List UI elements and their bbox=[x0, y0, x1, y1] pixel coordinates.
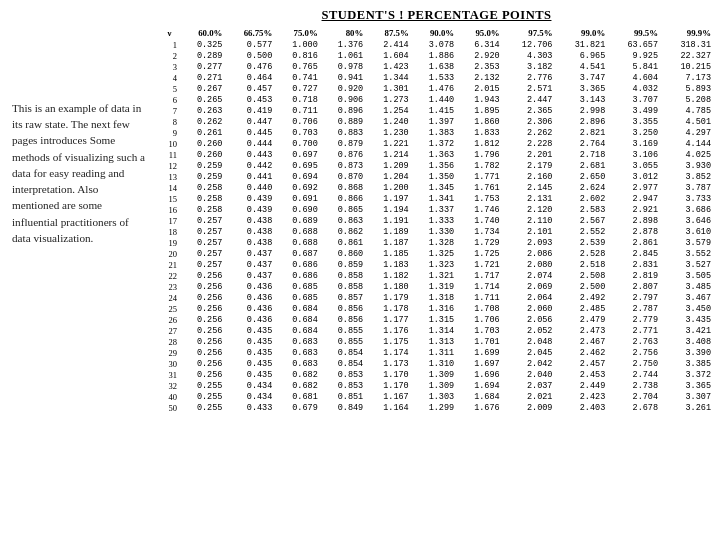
cell-27-9: 2.467 bbox=[555, 337, 608, 348]
cell-29-11: 3.385 bbox=[661, 359, 714, 370]
cell-14-9: 2.602 bbox=[555, 194, 608, 205]
cell-29-1: 0.256 bbox=[180, 359, 225, 370]
cell-17-1: 0.257 bbox=[180, 227, 225, 238]
cell-12-11: 3.852 bbox=[661, 172, 714, 183]
cell-8-9: 2.821 bbox=[555, 128, 608, 139]
cell-11-5: 1.209 bbox=[366, 161, 411, 172]
cell-11-11: 3.930 bbox=[661, 161, 714, 172]
cell-17-8: 2.101 bbox=[503, 227, 556, 238]
cell-0-5: 2.414 bbox=[366, 40, 411, 51]
cell-18-10: 2.861 bbox=[608, 238, 661, 249]
cell-24-5: 1.178 bbox=[366, 304, 411, 315]
cell-20-4: 0.859 bbox=[321, 260, 366, 271]
cell-33-6: 1.299 bbox=[412, 403, 457, 414]
cell-13-4: 0.868 bbox=[321, 183, 366, 194]
cell-13-9: 2.624 bbox=[555, 183, 608, 194]
cell-7-2: 0.447 bbox=[225, 117, 275, 128]
cell-14-10: 2.947 bbox=[608, 194, 661, 205]
cell-16-2: 0.438 bbox=[225, 216, 275, 227]
cell-27-2: 0.435 bbox=[225, 337, 275, 348]
cell-29-2: 0.435 bbox=[225, 359, 275, 370]
cell-29-0: 30 bbox=[159, 359, 180, 370]
cell-24-6: 1.316 bbox=[412, 304, 457, 315]
cell-31-0: 32 bbox=[159, 381, 180, 392]
cell-11-7: 1.782 bbox=[457, 161, 502, 172]
cell-32-10: 2.704 bbox=[608, 392, 661, 403]
table-row: 30.2770.4760.7650.9781.4231.6382.3533.18… bbox=[159, 62, 714, 73]
cell-7-5: 1.240 bbox=[366, 117, 411, 128]
cell-33-9: 2.403 bbox=[555, 403, 608, 414]
cell-1-5: 1.604 bbox=[366, 51, 411, 62]
cell-7-3: 0.706 bbox=[275, 117, 320, 128]
cell-9-8: 2.228 bbox=[503, 139, 556, 150]
cell-6-9: 2.998 bbox=[555, 106, 608, 117]
table-row: 400.2550.4340.6810.8511.1671.3031.6842.0… bbox=[159, 392, 714, 403]
cell-33-5: 1.164 bbox=[366, 403, 411, 414]
cell-9-9: 2.764 bbox=[555, 139, 608, 150]
table-row: 120.2590.4420.6950.8731.2091.3561.7822.1… bbox=[159, 161, 714, 172]
cell-13-3: 0.692 bbox=[275, 183, 320, 194]
cell-9-10: 3.169 bbox=[608, 139, 661, 150]
cell-4-2: 0.457 bbox=[225, 84, 275, 95]
cell-27-10: 2.763 bbox=[608, 337, 661, 348]
cell-6-8: 2.365 bbox=[503, 106, 556, 117]
cell-28-7: 1.699 bbox=[457, 348, 502, 359]
cell-15-7: 1.746 bbox=[457, 205, 502, 216]
cell-9-7: 1.812 bbox=[457, 139, 502, 150]
cell-14-11: 3.733 bbox=[661, 194, 714, 205]
cell-4-8: 2.571 bbox=[503, 84, 556, 95]
cell-11-0: 12 bbox=[159, 161, 180, 172]
cell-11-9: 2.681 bbox=[555, 161, 608, 172]
table-row: 190.2570.4380.6880.8611.1871.3281.7292.0… bbox=[159, 238, 714, 249]
table-row: 180.2570.4380.6880.8621.1891.3301.7342.1… bbox=[159, 227, 714, 238]
cell-27-1: 0.256 bbox=[180, 337, 225, 348]
cell-31-6: 1.309 bbox=[412, 381, 457, 392]
cell-18-2: 0.438 bbox=[225, 238, 275, 249]
cell-5-9: 3.143 bbox=[555, 95, 608, 106]
cell-2-11: 10.215 bbox=[661, 62, 714, 73]
cell-15-0: 16 bbox=[159, 205, 180, 216]
cell-32-0: 40 bbox=[159, 392, 180, 403]
cell-20-8: 2.080 bbox=[503, 260, 556, 271]
cell-0-4: 1.376 bbox=[321, 40, 366, 51]
cell-9-5: 1.221 bbox=[366, 139, 411, 150]
cell-28-8: 2.045 bbox=[503, 348, 556, 359]
cell-20-2: 0.437 bbox=[225, 260, 275, 271]
cell-31-5: 1.170 bbox=[366, 381, 411, 392]
cell-1-9: 6.965 bbox=[555, 51, 608, 62]
col-header-7: 95.0% bbox=[457, 27, 502, 40]
cell-33-8: 2.009 bbox=[503, 403, 556, 414]
cell-8-10: 3.250 bbox=[608, 128, 661, 139]
cell-12-8: 2.160 bbox=[503, 172, 556, 183]
cell-11-1: 0.259 bbox=[180, 161, 225, 172]
table-row: 290.2560.4350.6830.8541.1741.3111.6992.0… bbox=[159, 348, 714, 359]
cell-28-6: 1.311 bbox=[412, 348, 457, 359]
cell-21-0: 22 bbox=[159, 271, 180, 282]
cell-19-0: 20 bbox=[159, 249, 180, 260]
cell-23-7: 1.711 bbox=[457, 293, 502, 304]
cell-16-0: 17 bbox=[159, 216, 180, 227]
cell-16-10: 2.898 bbox=[608, 216, 661, 227]
cell-20-0: 21 bbox=[159, 260, 180, 271]
cell-14-7: 1.753 bbox=[457, 194, 502, 205]
cell-17-10: 2.878 bbox=[608, 227, 661, 238]
col-header-11: 99.9% bbox=[661, 27, 714, 40]
cell-22-4: 0.858 bbox=[321, 282, 366, 293]
cell-19-6: 1.325 bbox=[412, 249, 457, 260]
cell-0-2: 0.577 bbox=[225, 40, 275, 51]
cell-9-6: 1.372 bbox=[412, 139, 457, 150]
cell-16-9: 2.567 bbox=[555, 216, 608, 227]
cell-21-6: 1.321 bbox=[412, 271, 457, 282]
cell-30-11: 3.372 bbox=[661, 370, 714, 381]
cell-30-9: 2.453 bbox=[555, 370, 608, 381]
cell-6-4: 0.896 bbox=[321, 106, 366, 117]
cell-29-6: 1.310 bbox=[412, 359, 457, 370]
cell-28-11: 3.390 bbox=[661, 348, 714, 359]
cell-15-11: 3.686 bbox=[661, 205, 714, 216]
cell-11-4: 0.873 bbox=[321, 161, 366, 172]
cell-19-5: 1.185 bbox=[366, 249, 411, 260]
cell-31-8: 2.037 bbox=[503, 381, 556, 392]
statistics-table: ν60.0%66.75%75.0%80%87.5%90.0%95.0%97.5%… bbox=[159, 27, 714, 414]
cell-2-4: 0.978 bbox=[321, 62, 366, 73]
cell-31-11: 3.365 bbox=[661, 381, 714, 392]
